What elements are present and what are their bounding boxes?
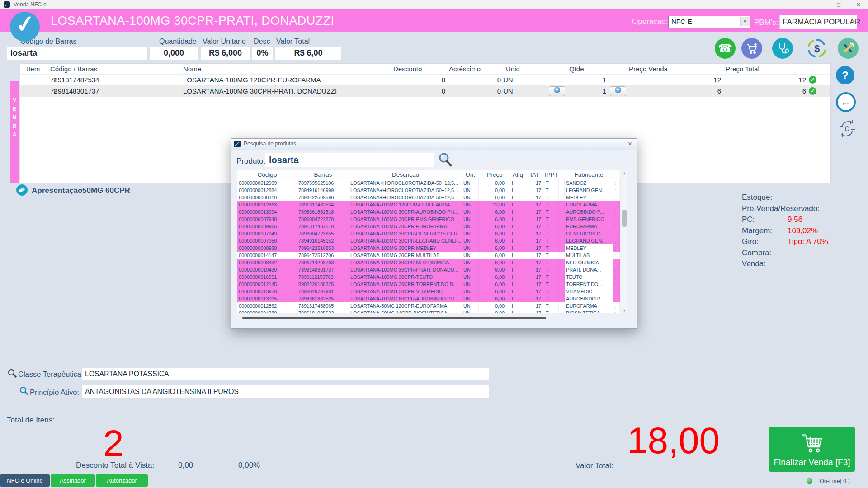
cell-preco: 6,00	[479, 230, 510, 237]
search-icon	[7, 368, 17, 378]
cell-ippt: T	[544, 302, 559, 310]
cell-cut: :	[613, 223, 620, 230]
minimize-button[interactable]: –	[812, 1, 822, 9]
search-icon[interactable]	[437, 151, 453, 168]
chevron-down-icon[interactable]: ▾	[740, 17, 750, 26]
cell-un: UN	[462, 252, 479, 259]
product-row[interactable]: 000000000165917896112150763LOSARTANA-100…	[237, 273, 620, 281]
product-row[interactable]: 000000000042807896181905622LOSARTANA-50M…	[237, 310, 620, 313]
product-row[interactable]: 000000000141477896472512706LOSARTANA-100…	[237, 252, 620, 259]
product-row[interactable]: 000000000089587896422516853LOSARTANA-100…	[237, 244, 620, 252]
cell-tick	[559, 237, 565, 244]
cell-preco: 6,00	[479, 208, 510, 216]
product-row[interactable]: 000000000079507894916145152LOSARTANA-100…	[237, 237, 620, 244]
sync-icon[interactable]	[837, 118, 858, 140]
finalizar-venda-button[interactable]: Finalizar Venda [F3]	[769, 427, 855, 472]
product-row[interactable]: 000000000130947898361882518LOSARTANA-100…	[237, 208, 620, 216]
cell-codigo: 00000000012884	[237, 187, 297, 194]
product-row[interactable]: 000000000104307898148301737LOSARTANA-100…	[237, 266, 620, 273]
operacao-select[interactable]: NFC-E ▾	[668, 16, 750, 28]
pbm-select[interactable]: FARMÁCIA POPULAR ▾	[779, 15, 857, 29]
tools-icon[interactable]	[838, 38, 859, 59]
cell-qtde: 1	[570, 74, 606, 85]
qty-plus-button[interactable]: +	[610, 86, 626, 96]
currency-exchange-icon[interactable]: $	[807, 38, 827, 59]
col-acrescimo: Acréscimo	[449, 64, 481, 74]
product-row[interactable]: 000000000128627891317458065LOSARTANA-50M…	[237, 302, 620, 310]
classe-terapeutica-field[interactable]: LOSARTANA POTASSICA	[82, 368, 489, 380]
help-button[interactable]: ?	[836, 66, 854, 84]
cell-un: UN	[462, 295, 479, 302]
col-aliq: Alíq	[510, 170, 525, 179]
unit-value-input[interactable]: R$ 6,000	[201, 47, 250, 60]
qty-minus-button[interactable]: −	[549, 86, 565, 96]
cell-nome: LOSARTANA-100MG 30CPR-PRATI, DONADUZZI	[183, 85, 337, 97]
maximize-button[interactable]: □	[834, 1, 844, 9]
quantity-input[interactable]: 0,000	[150, 47, 198, 60]
unit-value-label: Valor Unitario	[203, 38, 246, 46]
cell-preco: 6,00	[479, 281, 510, 288]
status-chip-nfc-e-online[interactable]: NFC-e Online	[0, 474, 50, 487]
cell-unid: UN	[503, 74, 513, 85]
product-row[interactable]: 000000000079487896004722870LOSARTANA-100…	[237, 216, 620, 223]
principio-ativo-field[interactable]: ANTAGONISTAS DA ANGIOTENSINA II PUROS	[82, 385, 489, 398]
cell-ippt: T	[544, 230, 559, 237]
apresentacao-label: Apresentação:	[32, 186, 85, 195]
product-search-header: Código Barras Descrição Un. Preço Alíq I…	[237, 170, 620, 180]
app-icon	[234, 141, 241, 147]
cell-fab: EUROFARMA	[565, 302, 613, 310]
cell-ippt: T	[544, 244, 559, 252]
cell-aliq: I	[510, 179, 525, 187]
sale-item-row[interactable]: 17891317482534LOSARTANA-100MG 120CPR-EUR…	[20, 74, 830, 85]
product-row[interactable]: 000000000084327896714208763LOSARTANA-100…	[237, 259, 620, 266]
product-row[interactable]: 000000000130957898361882525LOSARTANA-100…	[237, 295, 620, 302]
cell-preco_venda: 6	[653, 85, 721, 97]
cell-ippt: T	[544, 194, 559, 201]
cell-fab: PRATI, DONA...	[565, 266, 613, 273]
barcode-input[interactable]: losarta	[7, 47, 147, 60]
product-row[interactable]: 000000000128637891317482534LOSARTANA-100…	[237, 201, 620, 208]
dialog-titlebar[interactable]: Pesquisa de produtos ✕	[231, 139, 637, 150]
status-chip-autorizador[interactable]: Autorizador	[96, 474, 148, 487]
add-to-cart-icon[interactable]	[741, 38, 762, 59]
search-icon	[19, 386, 29, 396]
total-value-input[interactable]: R$ 6,00	[275, 47, 341, 60]
cell-tick	[559, 201, 565, 208]
produto-search-input[interactable]: losarta	[265, 153, 434, 167]
cell-aliq: I	[510, 194, 525, 201]
product-row[interactable]: 000000000139767898049797981LOSARTANA-100…	[237, 288, 620, 295]
cell-iat: 17	[525, 259, 544, 266]
close-icon[interactable]: ✕	[627, 141, 632, 147]
product-row[interactable]: 000000000079497896004723655LOSARTANA-100…	[237, 230, 620, 237]
sale-item-row[interactable]: 27898148301737LOSARTANA-100MG 30CPR-PRAT…	[20, 85, 830, 97]
cell-cut: :	[613, 237, 620, 244]
scrollbar-thumb[interactable]	[622, 210, 627, 227]
cell-iat: 17	[525, 187, 544, 194]
stat-label: PC:	[742, 215, 755, 224]
cell-barras: 8902220108325	[297, 281, 349, 288]
stethoscope-icon[interactable]	[772, 38, 793, 59]
cell-preco_venda: 12	[653, 74, 721, 85]
product-row[interactable]: 000000000121458902220108325LOSARTANA-100…	[237, 281, 620, 288]
product-row[interactable]: 000000000099657891317482510LOSARTANA-100…	[237, 223, 620, 230]
horizontal-scrollbar[interactable]	[242, 317, 546, 319]
col-unid: Unid	[506, 64, 520, 74]
cell-tick	[559, 259, 565, 266]
product-row[interactable]: 000000000083107896422509596LOSARTANA+HID…	[237, 194, 620, 201]
cell-descricao: LOSARTANA-100MG 30CPR-VITAMEDIC	[349, 288, 462, 295]
product-row[interactable]: 000000000128847894916146999LOSARTANA+HID…	[237, 187, 620, 194]
close-button[interactable]: ✕	[854, 1, 863, 9]
status-chip-assinador[interactable]: Assinador	[51, 474, 95, 487]
product-row[interactable]: 000000000129097897595625106LOSARTANA+HID…	[237, 179, 620, 187]
discount-input[interactable]: 0%	[252, 47, 273, 60]
cell-descricao: LOSARTANA-100MG 30CPR-MEDLEY	[349, 244, 462, 252]
total-value-label: Valor Total	[276, 38, 310, 46]
back-button[interactable]: ←	[836, 92, 856, 112]
cell-ippt: T	[544, 237, 559, 244]
whatsapp-icon[interactable]: ☎	[715, 38, 736, 59]
cell-codigo: 00000000008310	[237, 194, 297, 201]
vertical-scrollbar[interactable]: ▲ ▼	[621, 170, 627, 313]
cell-fab: BIOSINTETICA	[565, 310, 613, 313]
cell-fab: GENERICOS G...	[565, 230, 613, 237]
cell-aliq: I	[510, 302, 525, 310]
